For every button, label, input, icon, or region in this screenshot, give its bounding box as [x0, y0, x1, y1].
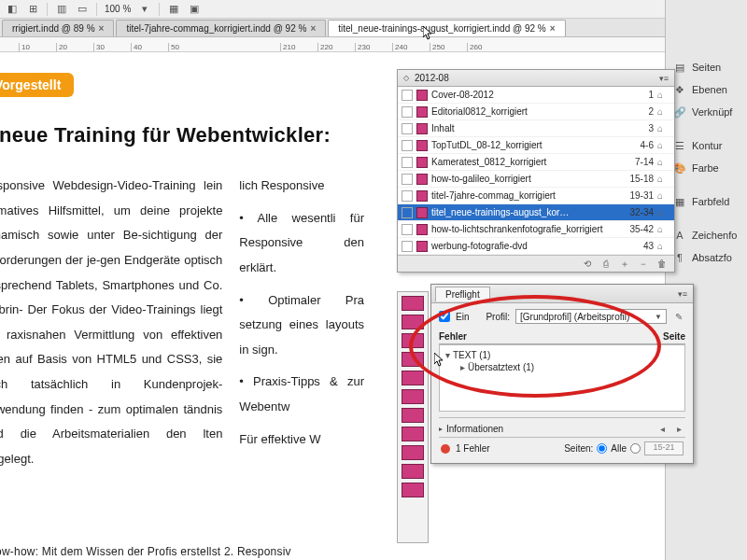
- book-file-row[interactable]: Kameratest_0812_korrigiert7-14⌂: [398, 154, 674, 171]
- row-checkbox[interactable]: [402, 157, 413, 168]
- close-icon[interactable]: ×: [99, 23, 105, 34]
- book-file-row[interactable]: Cover-08-20121⌂: [398, 87, 674, 104]
- page-thumb[interactable]: [402, 352, 424, 367]
- panel-menu-icon[interactable]: ▾≡: [659, 74, 669, 83]
- row-checkbox[interactable]: [402, 106, 413, 118]
- row-checkbox[interactable]: [402, 174, 413, 185]
- page-thumb[interactable]: [402, 445, 424, 460]
- column-header-page: Seite: [639, 331, 685, 342]
- remove-icon[interactable]: －: [637, 258, 650, 271]
- row-checkbox[interactable]: [402, 140, 413, 151]
- tree-node[interactable]: ▸Übersatztext (1): [445, 361, 679, 373]
- indesign-file-icon: [416, 90, 428, 101]
- row-checkbox[interactable]: [402, 241, 413, 252]
- page-range: 43: [616, 241, 657, 251]
- panel-menu-icon[interactable]: ▾≡: [678, 289, 687, 299]
- book-file-row[interactable]: how-to-galileo_korrigiert15-18⌂: [398, 171, 674, 188]
- disclosure-triangle-icon[interactable]: ▸: [439, 425, 443, 433]
- dock-item-pages[interactable]: ▤Seiten: [666, 56, 747, 78]
- book-file-row[interactable]: how-to-lichtschrankenfotografie_korrigie…: [398, 221, 674, 238]
- page-thumb[interactable]: [402, 389, 424, 404]
- pages-icon: ▤: [673, 61, 686, 74]
- swatches-icon: ▦: [673, 195, 686, 208]
- page-thumb[interactable]: [402, 315, 424, 329]
- error-count: 1 Fehler: [456, 443, 490, 454]
- row-checkbox[interactable]: [402, 190, 413, 202]
- book-file-row[interactable]: Inhalt3⌂: [398, 120, 674, 137]
- page-thumbnails[interactable]: [397, 291, 429, 543]
- pages-all-radio[interactable]: [597, 443, 607, 454]
- page-thumb[interactable]: [402, 333, 424, 348]
- dock-item-paragraph[interactable]: ¶Absatzfo: [666, 246, 747, 269]
- links-icon: 🔗: [673, 105, 686, 119]
- dock-item-links[interactable]: 🔗Verknüpf: [666, 101, 747, 123]
- file-name: titel_neue-trainings-august_kor…: [431, 207, 616, 217]
- document-tab[interactable]: titel-7jahre-commag_korrigiert.indd @ 92…: [116, 20, 326, 36]
- embed-profile-icon[interactable]: ✎: [672, 310, 685, 323]
- row-checkbox[interactable]: [402, 90, 413, 101]
- dock-item-swatches[interactable]: ▦Farbfeld: [666, 190, 747, 213]
- dock-item-stroke[interactable]: ☰Kontur: [666, 134, 747, 157]
- trash-icon[interactable]: 🗑: [655, 258, 669, 271]
- page-thumb[interactable]: [402, 427, 424, 441]
- indesign-file-icon: [416, 123, 428, 134]
- page-thumb[interactable]: [402, 296, 424, 311]
- close-icon[interactable]: ×: [550, 23, 556, 34]
- info-label[interactable]: Informationen: [446, 424, 503, 434]
- document-tab[interactable]: rrigiert.indd @ 89 % ×: [2, 20, 114, 36]
- dock-item-color[interactable]: 🎨Farbe: [666, 157, 747, 179]
- print-icon[interactable]: ⎙: [599, 258, 613, 271]
- row-checkbox[interactable]: [402, 123, 413, 134]
- paragraph-icon: ¶: [673, 251, 686, 264]
- book-file-row[interactable]: TopTutDL_08-12_korrigiert4-6⌂: [398, 137, 674, 154]
- tool-icon[interactable]: ⊞: [26, 3, 39, 16]
- add-icon[interactable]: ＋: [618, 258, 631, 271]
- document-tab[interactable]: titel_neue-trainings-august_korrigiert.i…: [328, 20, 565, 36]
- article-headline: s neue Training für Webentwickler:: [0, 123, 364, 147]
- book-file-list[interactable]: Cover-08-20121⌂Editorial0812_korrigiert2…: [398, 87, 674, 255]
- profile-dropdown[interactable]: [Grundprofil] (Arbeitsprofil) ▼: [515, 309, 667, 324]
- next-error-icon[interactable]: ▸: [672, 422, 685, 435]
- zoom-value[interactable]: 100 %: [105, 4, 131, 14]
- dock-item-character[interactable]: AZeichenfo: [666, 224, 747, 246]
- book-file-row[interactable]: Editorial0812_korrigiert2⌂: [398, 104, 674, 120]
- file-name: how-to-lichtschrankenfotografie_korrigie…: [431, 224, 616, 234]
- preflight-enabled-checkbox[interactable]: [439, 311, 450, 322]
- tab-preflight[interactable]: Preflight: [435, 287, 490, 301]
- book-file-row[interactable]: titel_neue-trainings-august_kor…32-34⌂: [398, 204, 674, 221]
- error-tree[interactable]: ▾TEXT (1) ▸Übersatztext (1): [439, 344, 685, 412]
- tree-node[interactable]: ▾TEXT (1): [445, 349, 679, 361]
- pages-range-input[interactable]: 15-21: [644, 441, 684, 455]
- sync-icon[interactable]: ⟲: [581, 258, 594, 271]
- disclosure-triangle-icon[interactable]: ▸: [460, 362, 468, 372]
- document-viewport[interactable]: Vorgestellt s neue Training für Webentwi…: [0, 52, 383, 560]
- body-column-left: Responsive Webdesign-Video-Training lein…: [0, 174, 222, 472]
- pages-range-radio[interactable]: [630, 443, 641, 454]
- indesign-file-icon: [416, 106, 428, 118]
- chevron-down-icon[interactable]: ▾: [138, 3, 151, 16]
- row-checkbox[interactable]: [402, 224, 413, 235]
- prev-error-icon[interactable]: ◂: [655, 422, 669, 435]
- close-icon[interactable]: ×: [310, 23, 316, 34]
- tool-icon[interactable]: ◧: [6, 3, 19, 16]
- book-file-row[interactable]: titel-7jahre-commag_korrigiert19-31⌂: [398, 188, 674, 204]
- pages-label: Seiten:: [564, 443, 593, 454]
- chevron-icon[interactable]: ◇: [403, 74, 409, 82]
- page-thumb[interactable]: [402, 464, 424, 479]
- row-checkbox[interactable]: [402, 207, 413, 218]
- column-icon[interactable]: ▥: [55, 3, 68, 16]
- page-thumb[interactable]: [402, 371, 424, 385]
- document-tabs: rrigiert.indd @ 89 % × titel-7jahre-comm…: [0, 19, 747, 37]
- book-file-row[interactable]: werbung-fotografie-dvd43⌂: [398, 238, 674, 255]
- page-thumb[interactable]: [402, 408, 424, 423]
- disclosure-triangle-icon[interactable]: ▾: [445, 350, 453, 360]
- page-range: 2: [616, 106, 657, 117]
- text-frame-icon[interactable]: ▭: [76, 3, 89, 16]
- dock-item-layers[interactable]: ❖Ebenen: [666, 78, 747, 101]
- page-thumb[interactable]: [402, 483, 424, 497]
- page-range: 4-6: [616, 140, 657, 150]
- snap-icon[interactable]: ▣: [188, 3, 201, 16]
- pages-all-label: Alle: [611, 443, 627, 454]
- grid-icon[interactable]: ▦: [167, 3, 180, 16]
- panel-header[interactable]: ◇ 2012-08 ▾≡: [398, 70, 674, 87]
